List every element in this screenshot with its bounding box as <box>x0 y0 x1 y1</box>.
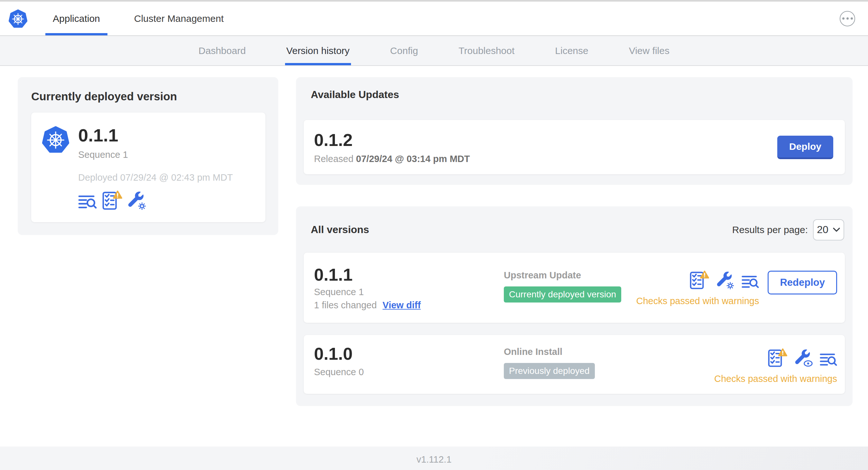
tab-cluster-management[interactable]: Cluster Management <box>127 2 231 35</box>
app-subnav: Dashboard Version history Config Trouble… <box>0 36 868 66</box>
subnav-tab-version-history[interactable]: Version history <box>285 36 351 65</box>
deploy-button[interactable]: Deploy <box>777 136 833 159</box>
view-logs-icon[interactable] <box>78 194 97 210</box>
subnav-tab-view-files[interactable]: View files <box>628 36 671 65</box>
app-version-icon <box>42 126 69 153</box>
available-updates-section: Available Updates 0.1.2 Released 07/29/2… <box>296 77 852 185</box>
subnav-tab-license[interactable]: License <box>554 36 589 65</box>
app-header: Application Cluster Management <box>0 2 868 36</box>
version-row-0-1-0: 0.1.0 Sequence 0 Online Install Previous… <box>304 335 845 394</box>
all-versions-title: All versions <box>311 224 369 236</box>
files-changed-label: 1 files changed <box>314 300 377 310</box>
edit-config-icon[interactable] <box>716 271 735 289</box>
page-footer: v1.112.1 <box>0 446 868 470</box>
update-version-number: 0.1.2 <box>314 131 470 149</box>
results-per-page-label: Results per page: <box>732 224 808 235</box>
all-versions-section: All versions Results per page: 20 0.1.1 … <box>296 206 852 406</box>
available-updates-title: Available Updates <box>311 89 845 101</box>
subnav-tab-troubleshoot[interactable]: Troubleshoot <box>457 36 516 65</box>
subnav-tab-config[interactable]: Config <box>389 36 420 65</box>
deployed-timestamp: Deployed 07/29/24 @ 02:43 pm MDT <box>78 172 233 183</box>
release-timestamp: Released 07/29/24 @ 03:14 pm MDT <box>314 154 470 164</box>
checks-status-text: Checks passed with warnings <box>714 374 837 384</box>
console-version: v1.112.1 <box>416 454 452 465</box>
version-source-label: Online Install <box>504 346 714 357</box>
deployment-status-badge: Currently deployed version <box>504 287 621 303</box>
version-row-0-1-1: 0.1.1 Sequence 1 1 files changed View di… <box>304 253 845 323</box>
deployed-version-number: 0.1.1 <box>78 126 233 145</box>
preflight-checks-warning-icon[interactable] <box>768 348 787 367</box>
view-diff-link[interactable]: View diff <box>382 300 421 310</box>
edit-config-icon[interactable] <box>128 191 146 210</box>
deployed-sequence-label: Sequence 1 <box>78 149 233 160</box>
row-sequence-label: Sequence 0 <box>314 367 504 377</box>
tab-cluster-management-label: Cluster Management <box>134 13 224 24</box>
row-version-number: 0.1.1 <box>314 266 504 284</box>
view-logs-icon[interactable] <box>820 352 837 367</box>
content-spacer <box>0 406 868 446</box>
ellipsis-icon <box>842 18 844 20</box>
brand-logo <box>9 2 27 35</box>
version-source-label: Upstream Update <box>504 270 636 281</box>
chevron-down-icon <box>833 227 840 232</box>
tab-application[interactable]: Application <box>45 2 107 35</box>
view-config-icon[interactable] <box>795 349 813 367</box>
main-content: Currently deployed version 0.1.1 Sequenc… <box>0 66 868 406</box>
row-sequence-label: Sequence 1 <box>314 287 504 297</box>
more-menu-button[interactable] <box>840 11 855 26</box>
kubernetes-logo-icon <box>9 9 27 28</box>
deployed-version-tile: 0.1.1 Sequence 1 Deployed 07/29/24 @ 02:… <box>31 112 266 222</box>
redeploy-button[interactable]: Redeploy <box>768 271 837 295</box>
tab-application-label: Application <box>53 13 100 24</box>
currently-deployed-card: Currently deployed version 0.1.1 Sequenc… <box>18 77 278 235</box>
available-update-row: 0.1.2 Released 07/29/24 @ 03:14 pm MDT D… <box>304 120 845 174</box>
subnav-tab-dashboard[interactable]: Dashboard <box>197 36 247 65</box>
preflight-checks-warning-icon[interactable] <box>689 270 709 289</box>
preflight-checks-warning-icon[interactable] <box>102 190 123 210</box>
checks-status-text: Checks passed with warnings <box>636 296 759 306</box>
row-version-number: 0.1.0 <box>314 345 504 363</box>
view-logs-icon[interactable] <box>742 274 759 289</box>
deployment-status-badge: Previously deployed <box>504 363 595 379</box>
currently-deployed-title: Currently deployed version <box>31 90 266 103</box>
results-per-page-select[interactable]: 20 <box>813 219 844 240</box>
